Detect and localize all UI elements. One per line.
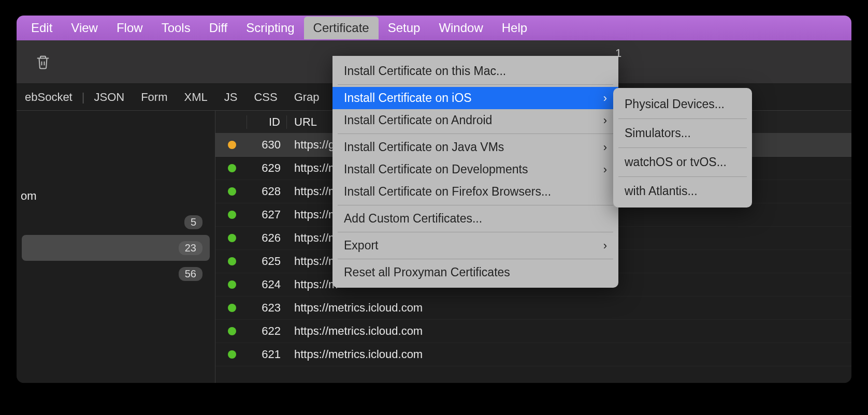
status-dot [228, 141, 236, 149]
menu-item-setup[interactable]: Setup [379, 17, 430, 39]
cell-url: https://metrics.icloud.com [287, 348, 851, 361]
submenu-item[interactable]: Simulators... [613, 121, 752, 145]
sidebar-item-label: om [17, 189, 37, 203]
ios-submenu: Physical Devices...Simulators...watchOS … [613, 88, 752, 208]
filter-js[interactable]: JS [216, 91, 246, 104]
certificate-menu: Install Certificate on this Mac...Instal… [332, 56, 618, 288]
cell-id: 625 [247, 255, 287, 268]
menu-item-view[interactable]: View [62, 17, 107, 39]
cell-id: 622 [247, 324, 287, 338]
badge: 23 [179, 241, 202, 255]
sidebar-item[interactable]: om [17, 183, 215, 209]
filter-json[interactable]: JSON [85, 91, 133, 104]
status-dot [228, 350, 236, 359]
menu-item-label: Install Certificate on Java VMs [344, 140, 504, 154]
status-dot [228, 211, 236, 219]
cell-id: 621 [247, 348, 287, 361]
chevron-right-icon: › [603, 239, 607, 253]
cell-id: 629 [247, 161, 287, 175]
status-dot [228, 304, 236, 312]
menu-item-scripting[interactable]: Scripting [237, 17, 303, 39]
menu-item-tools[interactable]: Tools [152, 17, 200, 39]
chevron-right-icon: › [603, 114, 607, 127]
badge: 5 [184, 215, 202, 229]
menu-item-label: Install Certificate on Firefox Browsers.… [344, 185, 551, 199]
table-row[interactable]: 623https://metrics.icloud.com [215, 297, 851, 320]
menu-separator [338, 205, 613, 205]
menu-separator [338, 134, 613, 134]
filter-form[interactable]: Form [133, 91, 176, 104]
menu-item[interactable]: Install Certificate on Java VMs› [332, 136, 618, 158]
menu-item[interactable]: Install Certificate on Firefox Browsers.… [332, 181, 618, 203]
menu-item-edit[interactable]: Edit [22, 17, 62, 39]
menu-item[interactable]: Add Custom Certificates... [332, 208, 618, 230]
cell-id: 626 [247, 231, 287, 245]
menu-item-label: Reset all Proxyman Certificates [344, 265, 510, 279]
app-window: Edit View Flow Tools Diff Scripting Cert… [17, 16, 851, 383]
cell-url: https://metrics.icloud.com [287, 301, 851, 315]
table-row[interactable]: 621https://metrics.icloud.com [215, 343, 851, 366]
menu-item-label: Install Certificate on Android [344, 113, 492, 127]
col-id[interactable]: ID [247, 115, 287, 129]
submenu-item[interactable]: watchOS or tvOS... [613, 150, 752, 174]
menu-item-certificate[interactable]: Certificate [304, 17, 379, 39]
menu-item[interactable]: Install Certificate on iOS› [332, 87, 618, 109]
cell-id: 628 [247, 185, 287, 198]
status-dot [228, 327, 236, 335]
chevron-right-icon: › [603, 163, 607, 176]
menu-separator [618, 118, 747, 119]
sidebar: om 5 23 56 [17, 111, 215, 383]
filter-xml[interactable]: XML [176, 91, 215, 104]
menu-separator [338, 259, 613, 259]
menubar: Edit View Flow Tools Diff Scripting Cert… [17, 16, 851, 40]
filter-css[interactable]: CSS [245, 91, 285, 104]
table-row[interactable]: 622https://metrics.icloud.com [215, 320, 851, 343]
menu-item-flow[interactable]: Flow [107, 17, 152, 39]
sidebar-item[interactable]: 5 [17, 209, 215, 235]
sidebar-item[interactable]: 56 [17, 261, 215, 287]
filter-graphql[interactable]: Grap [286, 91, 328, 104]
trash-icon[interactable] [35, 54, 51, 70]
menu-item-help[interactable]: Help [493, 17, 537, 39]
cell-id: 627 [247, 208, 287, 221]
menu-separator [618, 176, 747, 177]
menu-item-label: Export [344, 239, 378, 253]
menu-item[interactable]: Install Certificate on Developments› [332, 158, 618, 181]
menu-item-label: Install Certificate on iOS [344, 91, 472, 105]
menu-item[interactable]: Reset all Proxyman Certificates [332, 261, 618, 284]
status-dot [228, 234, 236, 242]
badge: 56 [179, 267, 202, 281]
status-dot [228, 164, 236, 172]
menu-separator [338, 232, 613, 232]
menu-item-label: Install Certificate on Developments [344, 162, 528, 176]
submenu-item[interactable]: with Atlantis... [613, 179, 752, 203]
chevron-right-icon: › [603, 92, 607, 105]
separator: | [81, 91, 86, 104]
status-dot [228, 257, 236, 265]
cell-id: 623 [247, 301, 287, 315]
menu-item[interactable]: Export› [332, 234, 618, 257]
menu-item[interactable]: Install Certificate on this Mac... [332, 60, 618, 82]
cell-id: 624 [247, 278, 287, 291]
menu-item-window[interactable]: Window [429, 17, 492, 39]
submenu-item[interactable]: Physical Devices... [613, 92, 752, 116]
menu-item-label: Install Certificate on this Mac... [344, 64, 506, 78]
status-dot [228, 187, 236, 196]
menu-separator [618, 147, 747, 148]
menu-separator [338, 84, 613, 85]
cell-url: https://metrics.icloud.com [287, 324, 851, 338]
filter-websocket[interactable]: ebSocket [17, 91, 81, 104]
cell-id: 630 [247, 138, 287, 152]
chevron-right-icon: › [603, 141, 607, 154]
status-dot [228, 280, 236, 289]
menu-item-label: Add Custom Certificates... [344, 212, 482, 226]
menu-item-diff[interactable]: Diff [200, 17, 237, 39]
sidebar-item-selected[interactable]: 23 [22, 235, 210, 261]
menu-item[interactable]: Install Certificate on Android› [332, 109, 618, 131]
